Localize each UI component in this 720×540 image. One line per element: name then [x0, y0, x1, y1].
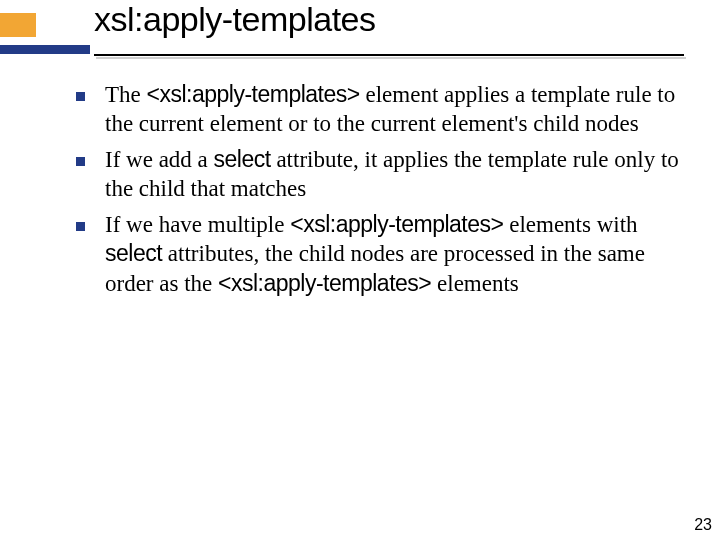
- bullet-text: If we have multiple <xsl:apply-templates…: [105, 210, 696, 298]
- slide-title: xsl:apply-templates: [94, 0, 376, 39]
- list-item: If we have multiple <xsl:apply-templates…: [76, 210, 696, 298]
- accent-bar-orange: [0, 13, 36, 37]
- bullet-icon: [76, 157, 85, 166]
- page-number: 23: [694, 516, 712, 534]
- text-run: The: [105, 82, 147, 107]
- code-run: <xsl:apply-templates>: [147, 81, 360, 107]
- slide: xsl:apply-templates The <xsl:apply-templ…: [0, 0, 720, 540]
- bullet-list: The <xsl:apply-templates> element applie…: [76, 80, 696, 304]
- accent-bar-blue: [0, 45, 90, 54]
- code-run: select: [105, 240, 162, 266]
- list-item: The <xsl:apply-templates> element applie…: [76, 80, 696, 139]
- bullet-text: If we add a select attribute, it applies…: [105, 145, 696, 204]
- bullet-icon: [76, 222, 85, 231]
- code-run: <xsl:apply-templates>: [290, 211, 503, 237]
- bullet-icon: [76, 92, 85, 101]
- bullet-text: The <xsl:apply-templates> element applie…: [105, 80, 696, 139]
- list-item: If we add a select attribute, it applies…: [76, 145, 696, 204]
- slide-header: xsl:apply-templates: [0, 0, 720, 50]
- code-run: <xsl:apply-templates>: [218, 270, 431, 296]
- text-run: elements with: [503, 212, 637, 237]
- text-run: elements: [431, 271, 519, 296]
- title-underline: [94, 54, 684, 56]
- title-underline-shadow: [96, 57, 686, 59]
- text-run: If we add a: [105, 147, 214, 172]
- text-run: If we have multiple: [105, 212, 290, 237]
- code-run: select: [214, 146, 271, 172]
